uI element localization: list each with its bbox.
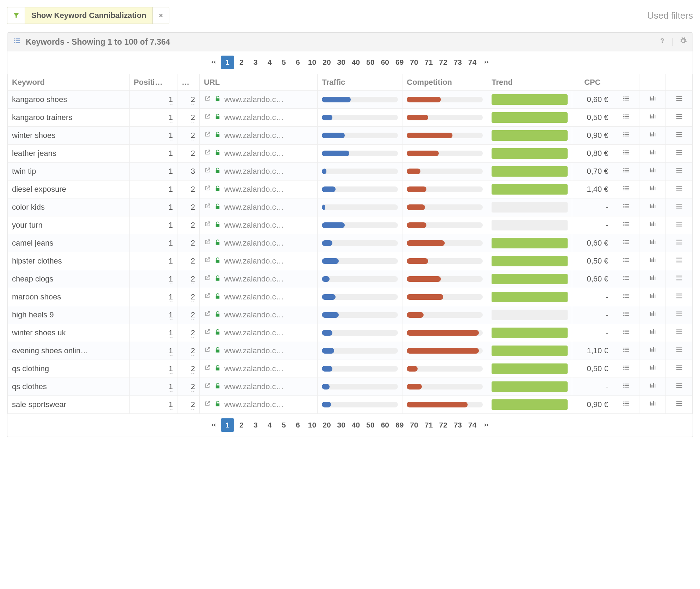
page-74[interactable]: 74 <box>465 56 479 69</box>
row-action-details-icon[interactable] <box>613 324 639 342</box>
external-link-icon[interactable] <box>204 382 211 391</box>
page-2[interactable]: 2 <box>235 56 248 69</box>
row-action-chart-icon[interactable] <box>639 360 666 378</box>
page-10[interactable]: 10 <box>305 56 319 69</box>
page-6[interactable]: 6 <box>291 418 305 432</box>
row-action-list-icon[interactable] <box>666 127 693 145</box>
keyword-cell[interactable]: winter shoes uk <box>8 324 130 342</box>
page-5[interactable]: 5 <box>277 56 290 69</box>
row-action-list-icon[interactable] <box>666 163 693 180</box>
url-cell[interactable]: www.zalando.c… <box>199 342 317 360</box>
col-trend[interactable]: Trend <box>487 74 572 91</box>
page-6[interactable]: 6 <box>291 56 305 69</box>
keyword-cell[interactable]: winter shoes <box>8 127 130 145</box>
row-action-details-icon[interactable] <box>613 216 639 234</box>
row-action-list-icon[interactable] <box>666 234 693 252</box>
row-action-details-icon[interactable] <box>613 198 639 216</box>
row-action-chart-icon[interactable] <box>639 234 666 252</box>
page-60[interactable]: 60 <box>378 418 392 432</box>
external-link-icon[interactable] <box>204 256 211 266</box>
page-1[interactable]: 1 <box>221 56 234 69</box>
url-cell[interactable]: www.zalando.c… <box>199 109 317 127</box>
page-73[interactable]: 73 <box>451 56 464 69</box>
url-cell[interactable]: www.zalando.c… <box>199 378 317 396</box>
row-action-chart-icon[interactable] <box>639 216 666 234</box>
page-70[interactable]: 70 <box>407 56 421 69</box>
row-action-chart-icon[interactable] <box>639 342 666 360</box>
keyword-cell[interactable]: maroon shoes <box>8 288 130 306</box>
keyword-cell[interactable]: twin tip <box>8 163 130 180</box>
row-action-details-icon[interactable] <box>613 342 639 360</box>
keyword-cell[interactable]: your turn <box>8 216 130 234</box>
row-action-list-icon[interactable] <box>666 198 693 216</box>
url-cell[interactable]: www.zalando.c… <box>199 288 317 306</box>
page-prev[interactable] <box>207 56 220 69</box>
list-view-icon[interactable] <box>13 37 21 47</box>
row-action-chart-icon[interactable] <box>639 145 666 163</box>
row-action-details-icon[interactable] <box>613 270 639 288</box>
external-link-icon[interactable] <box>204 149 211 158</box>
url-cell[interactable]: www.zalando.c… <box>199 145 317 163</box>
external-link-icon[interactable] <box>204 400 211 409</box>
page-20[interactable]: 20 <box>320 418 333 432</box>
page-40[interactable]: 40 <box>349 56 363 69</box>
page-prev[interactable] <box>207 418 220 432</box>
col-keyword[interactable]: Keyword <box>8 74 130 91</box>
col-cpc[interactable]: CPC <box>572 74 613 91</box>
external-link-icon[interactable] <box>204 131 211 140</box>
page-70[interactable]: 70 <box>407 418 421 432</box>
col-traffic[interactable]: Traffic <box>318 74 402 91</box>
page-69[interactable]: 69 <box>393 56 406 69</box>
page-10[interactable]: 10 <box>305 418 319 432</box>
page-50[interactable]: 50 <box>363 418 377 432</box>
row-action-chart-icon[interactable] <box>639 252 666 270</box>
keyword-cell[interactable]: qs clothes <box>8 378 130 396</box>
external-link-icon[interactable] <box>204 95 211 104</box>
url-cell[interactable]: www.zalando.c… <box>199 270 317 288</box>
page-5[interactable]: 5 <box>277 418 290 432</box>
page-3[interactable]: 3 <box>249 56 262 69</box>
url-cell[interactable]: www.zalando.c… <box>199 216 317 234</box>
col-competition[interactable]: Competition <box>402 74 487 91</box>
page-71[interactable]: 71 <box>422 418 436 432</box>
page-20[interactable]: 20 <box>320 56 333 69</box>
row-action-chart-icon[interactable] <box>639 378 666 396</box>
row-action-list-icon[interactable] <box>666 288 693 306</box>
row-action-chart-icon[interactable] <box>639 109 666 127</box>
keyword-cell[interactable]: color kids <box>8 198 130 216</box>
url-cell[interactable]: www.zalando.c… <box>199 163 317 180</box>
url-cell[interactable]: www.zalando.c… <box>199 252 317 270</box>
external-link-icon[interactable] <box>204 292 211 302</box>
keyword-cell[interactable]: hipster clothes <box>8 252 130 270</box>
page-74[interactable]: 74 <box>465 418 479 432</box>
external-link-icon[interactable] <box>204 239 211 248</box>
page-30[interactable]: 30 <box>335 56 348 69</box>
row-action-details-icon[interactable] <box>613 127 639 145</box>
row-action-details-icon[interactable] <box>613 252 639 270</box>
col-secondary[interactable]: … <box>177 74 200 91</box>
url-cell[interactable]: www.zalando.c… <box>199 396 317 414</box>
row-action-list-icon[interactable] <box>666 324 693 342</box>
row-action-details-icon[interactable] <box>613 288 639 306</box>
page-2[interactable]: 2 <box>235 418 248 432</box>
keyword-cell[interactable]: kangaroo shoes <box>8 91 130 109</box>
row-action-list-icon[interactable] <box>666 270 693 288</box>
external-link-icon[interactable] <box>204 221 211 230</box>
col-position[interactable]: Positi… <box>129 74 177 91</box>
page-50[interactable]: 50 <box>363 56 377 69</box>
row-action-list-icon[interactable] <box>666 145 693 163</box>
gear-icon[interactable] <box>679 37 687 47</box>
page-30[interactable]: 30 <box>335 418 348 432</box>
row-action-list-icon[interactable] <box>666 109 693 127</box>
page-60[interactable]: 60 <box>378 56 392 69</box>
external-link-icon[interactable] <box>204 364 211 373</box>
row-action-details-icon[interactable] <box>613 163 639 180</box>
page-69[interactable]: 69 <box>393 418 406 432</box>
row-action-details-icon[interactable] <box>613 145 639 163</box>
row-action-details-icon[interactable] <box>613 180 639 198</box>
row-action-list-icon[interactable] <box>666 216 693 234</box>
row-action-details-icon[interactable] <box>613 109 639 127</box>
page-next[interactable] <box>480 418 493 432</box>
url-cell[interactable]: www.zalando.c… <box>199 198 317 216</box>
page-next[interactable] <box>480 56 493 69</box>
